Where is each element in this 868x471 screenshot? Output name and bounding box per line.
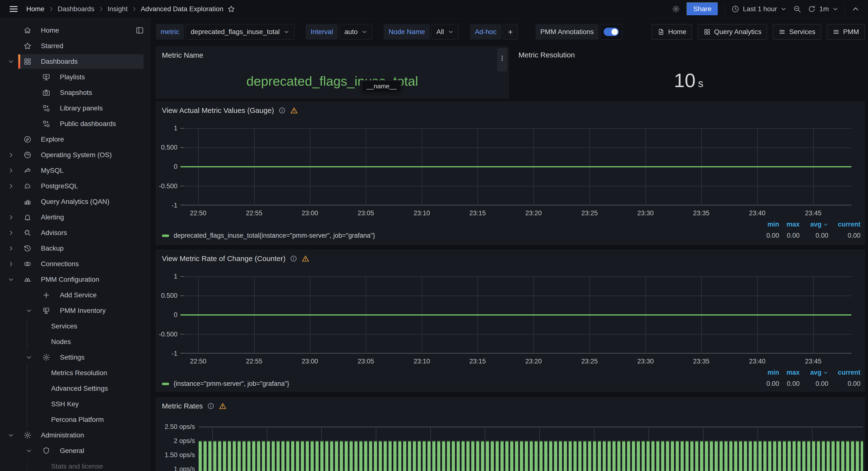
sidebar-item-dashboards[interactable]: Dashboards xyxy=(0,54,150,69)
collapse-toolbar-chevron-up-icon[interactable] xyxy=(851,5,860,13)
sidebar-item-explore[interactable]: Explore xyxy=(0,132,150,147)
sidebar-item-pmm-configuration[interactable]: PMM Configuration xyxy=(0,272,150,287)
sidebar-item-stats-and-license[interactable]: Stats and license xyxy=(0,459,150,471)
dashboard-content: metric deprecated_flags_inuse_total Inte… xyxy=(150,18,868,471)
star-favorite-icon[interactable] xyxy=(227,5,235,13)
legend-max-header[interactable]: max xyxy=(779,221,800,228)
chevron-down-icon[interactable] xyxy=(8,432,14,438)
sidebar-item-services[interactable]: Services xyxy=(0,318,150,334)
x-tick: 23:05 xyxy=(349,209,383,217)
legend-avg-header[interactable]: avg xyxy=(800,369,828,376)
interval-variable-select[interactable]: auto xyxy=(339,24,373,40)
sidebar-item-starred[interactable]: Starred xyxy=(0,38,150,54)
sidebar-item-general[interactable]: General xyxy=(0,443,150,459)
breadcrumb-dashboards[interactable]: Dashboards xyxy=(58,5,94,13)
y-tick: 2.50 ops/s xyxy=(156,423,195,431)
sidebar-item-settings[interactable]: Settings xyxy=(0,349,150,365)
legend-row: deprecated_flags_inuse_total{instance="p… xyxy=(162,232,861,239)
chevron-down-icon[interactable] xyxy=(26,307,32,314)
sidebar-item-alerting[interactable]: Alerting xyxy=(0,209,150,225)
compass-icon xyxy=(23,135,32,143)
stat-max: 0.00 xyxy=(779,380,800,388)
chevron-right-icon[interactable] xyxy=(8,230,14,236)
time-range-picker[interactable]: Last 1 hour xyxy=(731,5,787,13)
info-icon[interactable] xyxy=(207,402,214,410)
sidebar-item-backup[interactable]: Backup xyxy=(0,241,150,256)
time-series-plot-area[interactable] xyxy=(180,128,851,205)
hamburger-menu-icon[interactable] xyxy=(8,4,19,14)
legend-series-toggle[interactable]: deprecated_flags_inuse_total{instance="p… xyxy=(162,232,758,239)
pmm-annotations-toggle[interactable] xyxy=(600,24,622,40)
sidebar-item-advisors[interactable]: Advisors xyxy=(0,225,150,241)
sidebar-item-postgresql[interactable]: PostgreSQL xyxy=(0,178,150,194)
sidebar-item-query-analytics[interactable]: Query Analytics (QAN) xyxy=(0,194,150,209)
refresh-interval-label: 1m xyxy=(819,5,829,13)
time-series-plot-area[interactable] xyxy=(180,276,851,354)
sidebar-item-public-dashboards[interactable]: Public dashboards xyxy=(0,116,150,132)
chevron-right-icon[interactable] xyxy=(8,183,14,189)
sidebar-item-mysql[interactable]: MySQL xyxy=(0,163,150,178)
sidebar-item-connections[interactable]: Connections xyxy=(0,256,150,272)
home-link-button[interactable]: Home xyxy=(652,24,692,40)
sidebar-item-library-panels[interactable]: Library panels xyxy=(0,100,150,116)
zoom-out-time-icon[interactable] xyxy=(793,5,801,13)
x-tick: 23:10 xyxy=(405,358,439,365)
panel-title[interactable]: Metric Rates xyxy=(162,402,227,410)
sort-chevron-down-icon xyxy=(823,370,828,375)
top-navigation-bar: Home Dashboards Insight Advanced Data Ex… xyxy=(0,0,868,18)
warning-icon[interactable] xyxy=(290,107,298,114)
chevron-right-icon[interactable] xyxy=(8,261,14,267)
node-name-variable-select[interactable]: All xyxy=(431,24,459,40)
chevron-down-icon[interactable] xyxy=(26,354,32,361)
y-tick: -0.500 xyxy=(156,330,178,338)
query-analytics-link-button[interactable]: Query Analytics xyxy=(698,24,767,40)
sidebar-item-add-service[interactable]: Add Service xyxy=(0,287,150,303)
warning-icon[interactable] xyxy=(219,402,227,410)
sidebar-item-home[interactable]: Home xyxy=(0,23,150,38)
info-icon[interactable] xyxy=(278,107,286,114)
bar-chart-plot-area[interactable] xyxy=(198,427,863,471)
chevron-right-icon[interactable] xyxy=(8,167,14,174)
panel-title[interactable]: View Metric Rate of Change (Counter) xyxy=(162,255,309,263)
legend-current-header[interactable]: current xyxy=(828,369,861,376)
sidebar-item-ssh-key[interactable]: SSH Key xyxy=(0,396,150,412)
services-link-button[interactable]: Services xyxy=(773,24,821,40)
add-adhoc-filter-button[interactable]: + xyxy=(503,24,518,40)
dashboard-settings-gear-icon[interactable] xyxy=(672,5,680,13)
breadcrumb-insight[interactable]: Insight xyxy=(107,5,128,13)
sidebar-item-snapshots[interactable]: Snapshots xyxy=(0,85,150,100)
chevron-right-icon[interactable] xyxy=(8,214,14,221)
legend-series-toggle[interactable]: {instance="pmm-server", job="grafana"} xyxy=(162,380,758,388)
chevron-right-icon[interactable] xyxy=(8,152,14,158)
chevron-down-icon[interactable] xyxy=(8,276,14,283)
legend-current-header[interactable]: current xyxy=(828,221,861,228)
panel-title[interactable]: View Actual Metric Values (Gauge) xyxy=(162,106,298,114)
sidebar-item-playlists[interactable]: Playlists xyxy=(0,69,150,85)
gear-icon xyxy=(42,353,51,362)
metric-variable-select[interactable]: deprecated_flags_inuse_total xyxy=(185,24,294,40)
breadcrumb-home[interactable]: Home xyxy=(26,5,44,13)
refresh-picker[interactable]: 1m xyxy=(808,5,839,13)
public-dashboards-icon xyxy=(42,120,51,128)
warning-icon[interactable] xyxy=(302,255,309,263)
chevron-down-icon[interactable] xyxy=(26,448,32,454)
info-icon[interactable] xyxy=(290,255,297,262)
pmm-link-button[interactable]: PMM xyxy=(827,24,865,40)
legend-avg-header[interactable]: avg xyxy=(800,221,828,228)
shield-icon xyxy=(42,447,51,455)
advisors-magnifier-icon xyxy=(23,229,32,237)
sidebar-item-percona-platform[interactable]: Percona Platform xyxy=(0,412,150,428)
sidebar-item-nodes[interactable]: Nodes xyxy=(0,334,150,349)
sidebar-item-metrics-resolution[interactable]: Metrics Resolution xyxy=(0,365,150,381)
chevron-down-icon[interactable] xyxy=(8,58,14,65)
chevron-right-icon[interactable] xyxy=(8,245,14,251)
sidebar-item-advanced-settings[interactable]: Advanced Settings xyxy=(0,381,150,396)
sidebar-item-administration[interactable]: Administration xyxy=(0,428,150,443)
sidebar-item-operating-system[interactable]: Operating System (OS) xyxy=(0,147,150,163)
share-button[interactable]: Share xyxy=(686,2,718,16)
legend-max-header[interactable]: max xyxy=(779,369,800,376)
legend-min-header[interactable]: min xyxy=(758,221,779,228)
legend-min-header[interactable]: min xyxy=(758,369,779,376)
x-tick: 23:05 xyxy=(349,358,383,365)
sidebar-item-pmm-inventory[interactable]: PMM Inventory xyxy=(0,303,150,318)
